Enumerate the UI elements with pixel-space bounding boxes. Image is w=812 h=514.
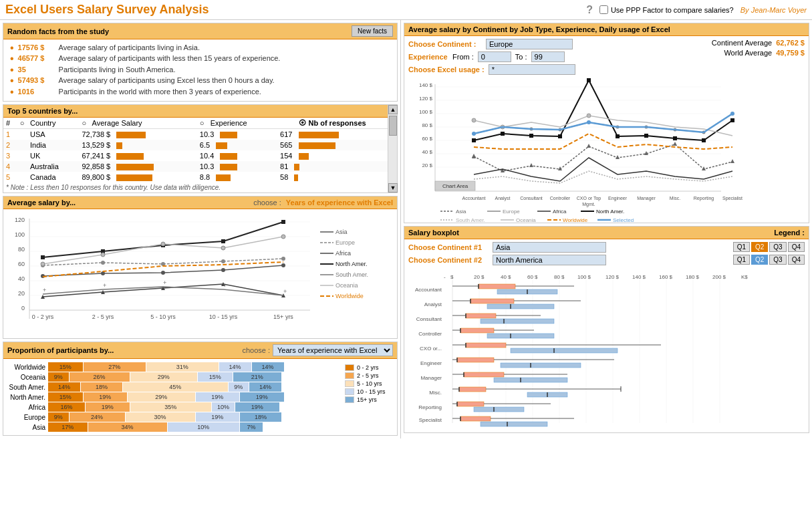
svg-rect-121 [644,134,648,138]
prop-bar: 16% [48,402,86,412]
ppp-checkbox-label[interactable]: Use PPP Factor to compare salaries? [599,5,734,14]
author-link[interactable]: By Jean-Marc Voyer [740,6,807,14]
legend-item: 15+ yrs [345,396,393,403]
country-cell: Canada [27,172,79,182]
experience-from-input[interactable] [478,51,511,62]
svg-text:0 - 2 yrs: 0 - 2 yrs [32,313,54,320]
responses-cell: 617 [277,128,388,140]
usage-input[interactable] [489,64,575,75]
svg-rect-221 [459,387,486,392]
top5-note: * Note : Less then 10 responses for this… [3,182,388,192]
svg-point-128 [472,132,476,136]
table-row: 5 Canada 89,800 $ 8.8 58 [3,172,388,182]
svg-text:200 $: 200 $ [712,274,726,280]
svg-text:CXO or Top: CXO or Top [577,196,601,201]
proportion-bar-row: Oceania9%26%29%15%21% [5,372,342,382]
svg-text:5 - 10 yrs: 5 - 10 yrs [150,313,176,320]
scrollbar-thumb[interactable] [389,116,397,136]
svg-point-24 [221,268,225,272]
prop-bar: 19% [84,392,128,402]
proportion-bars: 17%34%10%7% [48,422,342,432]
legend-item: 5 - 10 yrs [345,380,393,387]
avg-choose-value: Years of experience with Excel [286,199,393,207]
q1-btn-row1[interactable]: Q1 [733,242,750,252]
country-cell: India [27,140,79,150]
proportion-region-label: North Amer. [5,394,48,401]
scrollbar-down-arrow[interactable]: ▼ [388,183,398,192]
proportion-bars: 9%24%30%19%18% [48,412,342,422]
svg-rect-214 [464,372,504,377]
ppp-checkbox[interactable] [599,5,608,14]
svg-rect-190 [481,319,554,324]
line-northamer [43,222,283,257]
fact-item: •1016Participants in the world with more… [10,88,390,97]
country-cell: UK [27,150,79,161]
proportion-region-label: Worldwide [5,364,48,371]
question-mark-icon[interactable]: ? [586,4,593,16]
q4-btn-row1[interactable]: Q4 [788,242,805,252]
q2-btn-row2[interactable]: Q2 [751,255,768,265]
prop-bar: 26% [70,372,130,382]
q2-btn-row1[interactable]: Q2 [751,242,768,252]
salary-cell: 72,738 $ [79,128,196,140]
continent-input[interactable] [486,39,573,49]
salary-cell: 13,529 $ [79,140,196,150]
prop-bar: 19% [86,402,130,412]
scrollbar-up-arrow[interactable]: ▲ [388,105,398,114]
svg-point-30 [281,257,285,261]
svg-marker-100 [616,155,620,159]
page-title: Excel Users Salary Survey Analysis [5,3,209,17]
boxplot-chart: - $ 20 $ 40 $ 60 $ 80 $ 100 $ 120 $ 140 … [407,269,808,430]
svg-rect-229 [457,402,484,406]
svg-rect-172 [479,284,515,289]
rank-cell: 5 [3,172,17,182]
svg-text:Asia: Asia [456,209,466,215]
svg-text:120 $: 120 $ [419,96,433,102]
continent1-label: Choose Continent #1 [408,243,489,251]
svg-text:South Amer.: South Amer. [456,217,485,223]
svg-rect-116 [501,132,505,136]
world-avg-label: World Average [724,49,772,57]
svg-point-46 [41,262,45,266]
continent1-input[interactable] [493,242,606,253]
svg-rect-119 [587,78,591,82]
prop-bar: 9% [48,372,70,382]
prop-bar: 10% [212,402,235,412]
prop-bar: 19% [235,402,280,412]
q3-btn-row2[interactable]: Q3 [769,255,786,265]
svg-text:60: 60 [18,261,25,267]
svg-point-127 [587,114,591,118]
continent2-input[interactable] [493,255,606,265]
svg-text:100 $: 100 $ [577,274,591,280]
prop-bar: 19% [196,392,241,402]
q4-btn-row2[interactable]: Q4 [788,255,805,265]
svg-text:+: + [43,287,46,293]
svg-text:Reporting: Reporting [694,196,714,201]
svg-text:Controller: Controller [418,331,442,337]
svg-point-50 [281,235,285,239]
prop-bar: 17% [48,422,88,432]
svg-text:60 $: 60 $ [527,274,538,280]
svg-text:Worldwide: Worldwide [563,217,588,223]
svg-text:Controller: Controller [550,196,571,201]
fact-text: Participants in the world with more then… [59,88,261,96]
prop-bar: 9% [48,412,70,422]
fact-bullet: • [10,66,14,75]
svg-text:Analyst: Analyst [495,196,511,201]
svg-text:20 $: 20 $ [474,274,485,280]
new-facts-button[interactable]: New facts [352,25,393,37]
proportion-bar-row: Asia17%34%10%7% [5,422,342,432]
svg-text:100 $: 100 $ [419,109,433,115]
fact-bullet: • [10,76,14,86]
country-cell: Australia [27,161,79,172]
avg-salary-section: Average salary by... choose : Years of e… [3,196,398,339]
experience-to-input[interactable] [531,51,565,62]
q3-btn-row1[interactable]: Q3 [769,242,786,252]
proportion-choose-dropdown[interactable]: Years of experience with Excel [273,344,393,356]
fact-number: 46577 $ [18,54,55,62]
svg-text:Consultant: Consultant [416,316,442,322]
svg-text:Worldwide: Worldwide [335,293,364,299]
q1-btn-row2[interactable]: Q1 [733,255,750,265]
proportion-bars: 14%18%45%9%14% [48,382,342,392]
svg-rect-118 [558,134,562,138]
